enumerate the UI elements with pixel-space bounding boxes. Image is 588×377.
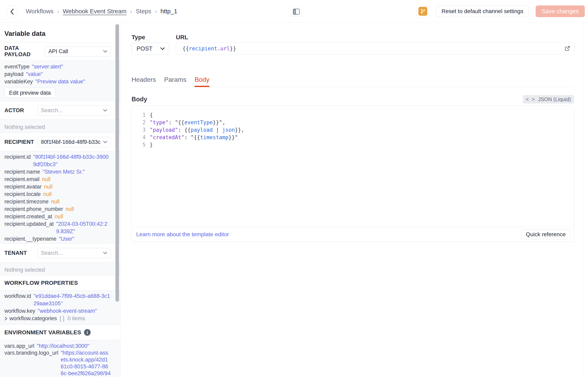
chevron-down-icon — [103, 50, 107, 53]
chevron-right-icon — [4, 317, 7, 321]
template-editor-docs-link[interactable]: Learn more about the template editor — [136, 231, 229, 238]
method-field: Type POST — [131, 34, 169, 55]
workflow-properties-header: WORKFLOW PROPERTIES — [0, 275, 120, 290]
code-line: 4 "createdAt": "{{timestamp}}" — [132, 134, 574, 141]
tenant-label: TENANT — [4, 250, 27, 256]
data-payload-row: DATA PAYLOAD API Call — [0, 42, 120, 60]
topbar: Workflows › Webhook Event Stream › Steps… — [0, 0, 588, 23]
url-input[interactable]: {{recipient.url}} — [176, 43, 574, 55]
variable-row: workflow.id "e91ddae4-7f99-45cb-a688-3c1… — [4, 292, 111, 307]
chevron-down-icon — [160, 47, 165, 50]
code-line: 3 "payload": {{payload | json}}, — [132, 126, 574, 134]
chevron-down-icon — [103, 141, 107, 143]
quick-reference-button[interactable]: Quick reference — [521, 230, 570, 239]
variable-row: recipient.updated_at "2024-03-05T00:42:2… — [4, 220, 111, 235]
git-branch-icon — [418, 7, 427, 16]
variable-row: recipient.phone_number null — [4, 205, 111, 213]
topbar-actions: Reset to default channel settings Save c… — [416, 5, 585, 17]
actor-row: ACTOR Search... — [0, 101, 120, 119]
recipient-select[interactable]: 80f1f4bf-166d-48f9-b33c — [37, 137, 111, 147]
toggle-sidebar-button[interactable] — [291, 6, 302, 17]
request-config-row: Type POST URL {{recipient.url}} — [131, 23, 574, 55]
variable-row: eventType "server:alert" — [4, 63, 111, 71]
variable-row: recipient.id "80f1f4bf-166d-48f9-b33c-39… — [4, 153, 111, 168]
type-label: Type — [131, 34, 169, 41]
url-field: URL {{recipient.url}} — [176, 34, 574, 55]
recipient-row: RECIPIENT 80f1f4bf-166d-48f9-b33c — [0, 133, 120, 151]
variable-row: recipient.locale null — [4, 190, 111, 198]
environment-variables-section: vars.app_url "http://localhost:3000" var… — [0, 340, 120, 377]
environment-variables-header: ENVIRONMENT VARIABLES i — [0, 325, 120, 340]
workflow-categories-row[interactable]: workflow.categories [ ] 0 items — [4, 315, 111, 322]
data-payload-label: DATA PAYLOAD — [4, 45, 45, 58]
breadcrumb-webhook-event-stream[interactable]: Webhook Event Stream — [63, 8, 127, 15]
step-editor-main: Type POST URL {{recipient.url}} — [120, 23, 588, 377]
tab-body[interactable]: Body — [195, 76, 209, 87]
method-select[interactable]: POST — [131, 43, 169, 55]
angle-brackets-icon: < > — [526, 96, 536, 102]
tenant-empty-section: Nothing selected — [0, 262, 120, 275]
back-button[interactable] — [6, 6, 18, 17]
panel-left-icon — [293, 9, 300, 15]
breadcrumb-separator-icon: › — [57, 8, 59, 15]
variable-row: payload "value" — [4, 71, 111, 78]
edit-preview-data-button[interactable]: Edit preview data — [4, 88, 55, 98]
payload-preview-section: eventType "server:alert" payload "value"… — [0, 60, 120, 101]
sidebar-title: Variable data — [4, 30, 116, 37]
variable-row: workflow.key "webhook-event-stream" — [4, 307, 111, 315]
recipient-label: RECIPIENT — [4, 139, 34, 145]
tenant-select[interactable]: Search... — [37, 248, 111, 258]
variable-row: recipient.created_at null — [4, 213, 111, 220]
body-section-label: Body — [131, 96, 147, 103]
code-line: 1 { — [132, 111, 574, 119]
sidebar-scrollbar[interactable] — [116, 24, 119, 302]
variable-data-sidebar: Variable data DATA PAYLOAD API Call even… — [0, 23, 120, 377]
actor-empty-text: Nothing selected — [4, 124, 45, 130]
code-line: 5 } — [132, 141, 574, 149]
request-tabs: Headers Params Body — [131, 76, 574, 87]
variable-row: vars.branding.logo_url "https://account-… — [4, 349, 111, 377]
breadcrumb-workflows[interactable]: Workflows — [26, 8, 54, 15]
breadcrumb-http-1: http_1 — [161, 8, 177, 15]
tab-params[interactable]: Params — [164, 76, 186, 87]
url-value: {{recipient.url}} — [183, 46, 236, 52]
breadcrumb-steps[interactable]: Steps — [136, 8, 151, 15]
reset-channel-settings-button[interactable]: Reset to default channel settings — [436, 5, 529, 17]
sidebar-header: Variable data — [0, 23, 120, 42]
language-badge: < > JSON (Liquid) — [523, 95, 574, 104]
chevron-down-icon — [103, 251, 107, 254]
editor-footer: Learn more about the template editor Qui… — [132, 227, 574, 242]
variable-row: vars.app_url "http://localhost:3000" — [4, 342, 111, 349]
chevron-left-icon — [10, 9, 14, 15]
chevron-down-icon — [103, 109, 107, 112]
code-line: 2 "type": "{{eventType}}", — [132, 119, 574, 126]
tenant-empty-text: Nothing selected — [4, 267, 45, 273]
variable-row: recipient.timezone null — [4, 198, 111, 205]
breadcrumb: Workflows › Webhook Event Stream › Steps… — [26, 0, 177, 23]
external-link-icon[interactable] — [564, 46, 570, 52]
save-changes-button[interactable]: Save changes — [536, 5, 585, 17]
body-section-header: Body < > JSON (Liquid) — [131, 95, 574, 104]
variable-row: recipient.avatar null — [4, 183, 111, 190]
main-scrollbar-gutter[interactable] — [583, 23, 588, 377]
tab-headers[interactable]: Headers — [131, 76, 156, 87]
code-editor[interactable]: 1 { 2 "type": "{{eventType}}", 3 "payloa… — [132, 106, 574, 227]
actor-label: ACTOR — [4, 107, 24, 114]
url-label: URL — [176, 34, 574, 41]
template-editor-panel: 1 { 2 "type": "{{eventType}}", 3 "payloa… — [131, 106, 574, 242]
variable-row: recipient.email null — [4, 176, 111, 183]
workflow-properties-section: workflow.id "e91ddae4-7f99-45cb-a688-3c1… — [0, 290, 120, 325]
info-icon[interactable]: i — [84, 329, 91, 336]
actor-select[interactable]: Search... — [37, 105, 111, 116]
actor-empty-section: Nothing selected — [0, 119, 120, 133]
variable-row: recipient.name "Steven Metz Sr." — [4, 168, 111, 176]
variable-row: variableKey "Preview data value" — [4, 78, 111, 85]
breadcrumb-separator-icon: › — [130, 8, 132, 15]
breadcrumb-separator-icon: › — [155, 8, 157, 15]
variable-row: recipient.__typename "User" — [4, 235, 111, 243]
data-payload-select[interactable]: API Call — [45, 46, 111, 57]
commit-status-button[interactable] — [416, 5, 429, 17]
tenant-row: TENANT Search... — [0, 244, 120, 262]
recipient-preview-section: recipient.id "80f1f4bf-166d-48f9-b33c-39… — [0, 151, 120, 244]
